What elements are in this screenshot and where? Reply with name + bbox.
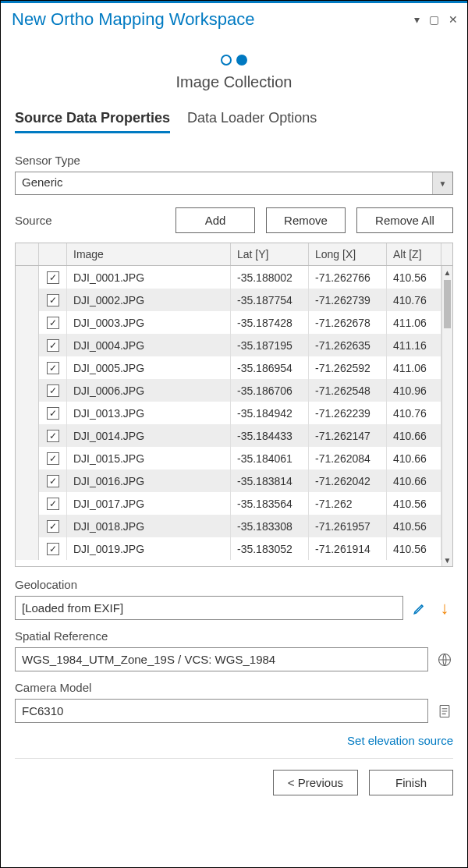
cell-image: DJI_0002.JPG bbox=[67, 289, 231, 311]
cell-lat: -35.183564 bbox=[231, 492, 309, 515]
remove-button[interactable]: Remove bbox=[266, 207, 346, 233]
sensor-type-label: Sensor Type bbox=[15, 154, 453, 167]
row-checkbox-cell: ✓ bbox=[39, 311, 67, 334]
wizard-stepper: Image Collection bbox=[15, 55, 453, 110]
properties-icon[interactable] bbox=[436, 703, 453, 720]
row-checkbox-cell: ✓ bbox=[39, 469, 67, 492]
scroll-up-icon[interactable]: ▲ bbox=[442, 266, 452, 278]
cell-image: DJI_0019.JPG bbox=[67, 537, 231, 560]
tab-source-data-properties[interactable]: Source Data Properties bbox=[15, 110, 170, 133]
add-button[interactable]: Add bbox=[176, 207, 255, 233]
row-stub bbox=[16, 379, 39, 402]
previous-button[interactable]: < Previous bbox=[273, 770, 358, 795]
row-stub bbox=[16, 515, 39, 537]
table-row[interactable]: ✓DJI_0013.JPG-35.184942-71.262239410.76 bbox=[16, 402, 452, 424]
col-lon[interactable]: Long [X] bbox=[309, 243, 387, 265]
cell-lat: -35.184433 bbox=[231, 424, 309, 447]
row-checkbox-cell: ✓ bbox=[39, 379, 67, 402]
cell-lat: -35.187754 bbox=[231, 289, 309, 311]
table-row[interactable]: ✓DJI_0015.JPG-35.184061-71.262084410.66 bbox=[16, 447, 452, 469]
camera-model-input[interactable]: FC6310 bbox=[15, 699, 428, 723]
cell-lat: -35.184942 bbox=[231, 402, 309, 424]
set-elevation-link[interactable]: Set elevation source bbox=[347, 734, 453, 747]
pencil-icon[interactable] bbox=[411, 600, 428, 617]
geolocation-input[interactable]: [Loaded from EXIF] bbox=[15, 596, 403, 620]
cell-alt: 410.96 bbox=[387, 379, 441, 402]
cell-image: DJI_0017.JPG bbox=[67, 492, 231, 515]
scroll-track[interactable] bbox=[442, 278, 452, 554]
table-row[interactable]: ✓DJI_0018.JPG-35.183308-71.261957410.56 bbox=[16, 515, 452, 537]
scrollbar[interactable]: ▲ ▼ bbox=[441, 266, 452, 566]
remove-all-button[interactable]: Remove All bbox=[356, 207, 453, 233]
cell-lat: -35.184061 bbox=[231, 447, 309, 469]
row-checkbox[interactable]: ✓ bbox=[47, 294, 59, 306]
spatial-ref-field: WGS_1984_UTM_Zone_19S / VCS: WGS_1984 bbox=[15, 647, 453, 671]
download-arrow-icon[interactable]: ↓ bbox=[436, 600, 453, 617]
cell-lat: -35.183814 bbox=[231, 469, 309, 492]
row-checkbox-cell: ✓ bbox=[39, 356, 67, 379]
cell-lat: -35.186706 bbox=[231, 379, 309, 402]
cell-alt: 410.76 bbox=[387, 289, 441, 311]
step-dot-1[interactable] bbox=[221, 55, 232, 66]
row-checkbox[interactable]: ✓ bbox=[47, 475, 59, 487]
row-checkbox[interactable]: ✓ bbox=[47, 452, 59, 465]
cell-image: DJI_0001.JPG bbox=[67, 266, 231, 289]
row-checkbox[interactable]: ✓ bbox=[47, 520, 59, 533]
row-stub bbox=[16, 356, 39, 379]
cell-image: DJI_0003.JPG bbox=[67, 311, 231, 334]
scroll-down-icon[interactable]: ▼ bbox=[442, 554, 452, 566]
row-checkbox[interactable]: ✓ bbox=[47, 498, 59, 510]
row-checkbox-cell: ✓ bbox=[39, 515, 67, 537]
row-checkbox[interactable]: ✓ bbox=[47, 271, 59, 284]
table-row[interactable]: ✓DJI_0006.JPG-35.186706-71.262548410.96 bbox=[16, 379, 452, 402]
row-checkbox[interactable]: ✓ bbox=[47, 430, 59, 442]
spatial-ref-input[interactable]: WGS_1984_UTM_Zone_19S / VCS: WGS_1984 bbox=[15, 647, 428, 671]
table-row[interactable]: ✓DJI_0017.JPG-35.183564-71.262410.56 bbox=[16, 492, 452, 515]
titlebar: New Ortho Mapping Workspace ▾ ▢ ✕ bbox=[1, 1, 467, 34]
scroll-thumb[interactable] bbox=[444, 280, 451, 328]
row-stub bbox=[16, 537, 39, 560]
row-checkbox[interactable]: ✓ bbox=[47, 339, 59, 352]
table-row[interactable]: ✓DJI_0014.JPG-35.184433-71.262147410.66 bbox=[16, 424, 452, 447]
step-dot-2[interactable] bbox=[236, 55, 247, 66]
cell-alt: 410.56 bbox=[387, 515, 441, 537]
row-checkbox[interactable]: ✓ bbox=[47, 317, 59, 329]
table-row[interactable]: ✓DJI_0019.JPG-35.183052-71.261914410.56 bbox=[16, 537, 452, 560]
camera-model-label: Camera Model bbox=[15, 681, 453, 694]
dropdown-icon[interactable]: ▾ bbox=[414, 13, 420, 26]
finish-button[interactable]: Finish bbox=[369, 770, 453, 795]
row-checkbox[interactable]: ✓ bbox=[47, 362, 59, 374]
tab-data-loader-options[interactable]: Data Loader Options bbox=[187, 110, 317, 133]
tabs: Source Data Properties Data Loader Optio… bbox=[15, 110, 453, 135]
col-alt[interactable]: Alt [Z] bbox=[387, 243, 441, 265]
table-row[interactable]: ✓DJI_0002.JPG-35.187754-71.262739410.76 bbox=[16, 289, 452, 311]
content: Image Collection Source Data Properties … bbox=[1, 34, 467, 867]
col-scroll bbox=[441, 243, 454, 265]
col-image[interactable]: Image bbox=[67, 243, 231, 265]
maximize-icon[interactable]: ▢ bbox=[429, 13, 439, 26]
cell-lon: -71.262548 bbox=[309, 379, 387, 402]
cell-lat: -35.183308 bbox=[231, 515, 309, 537]
cell-alt: 411.06 bbox=[387, 356, 441, 379]
close-icon[interactable]: ✕ bbox=[448, 13, 458, 26]
row-checkbox[interactable]: ✓ bbox=[47, 384, 59, 397]
table-row[interactable]: ✓DJI_0003.JPG-35.187428-71.262678411.06 bbox=[16, 311, 452, 334]
table-row[interactable]: ✓DJI_0016.JPG-35.183814-71.262042410.66 bbox=[16, 469, 452, 492]
cell-lon: -71.262635 bbox=[309, 334, 387, 356]
row-checkbox[interactable]: ✓ bbox=[47, 543, 59, 555]
cell-image: DJI_0004.JPG bbox=[67, 334, 231, 356]
table-row[interactable]: ✓DJI_0005.JPG-35.186954-71.262592411.06 bbox=[16, 356, 452, 379]
row-checkbox-cell: ✓ bbox=[39, 537, 67, 560]
row-stub bbox=[16, 402, 39, 424]
cell-lat: -35.183052 bbox=[231, 537, 309, 560]
cell-alt: 411.16 bbox=[387, 334, 441, 356]
globe-icon[interactable] bbox=[436, 651, 453, 668]
row-checkbox-cell: ✓ bbox=[39, 289, 67, 311]
sensor-type-select[interactable]: Generic ▼ bbox=[15, 172, 453, 195]
row-checkbox-cell: ✓ bbox=[39, 402, 67, 424]
table-row[interactable]: ✓DJI_0001.JPG-35.188002-71.262766410.56 bbox=[16, 266, 452, 289]
row-checkbox[interactable]: ✓ bbox=[47, 407, 59, 420]
geolocation-label: Geolocation bbox=[15, 578, 453, 591]
col-lat[interactable]: Lat [Y] bbox=[231, 243, 309, 265]
table-row[interactable]: ✓DJI_0004.JPG-35.187195-71.262635411.16 bbox=[16, 334, 452, 356]
